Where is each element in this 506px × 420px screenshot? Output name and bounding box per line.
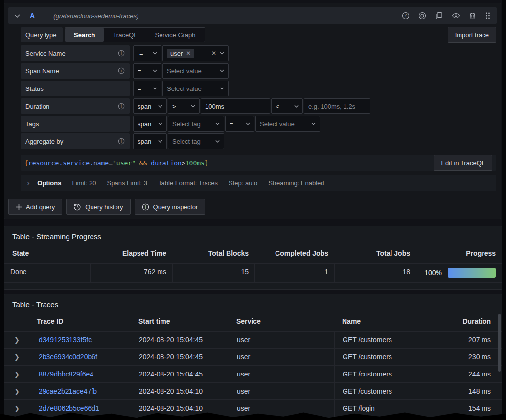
svg-text:i: i: [121, 139, 122, 144]
aggregate-tag-select[interactable]: Select tag: [168, 133, 224, 149]
trace-id-link[interactable]: 8879dbbc829f6e4: [39, 370, 93, 378]
streaming-panel-title[interactable]: Table - Streaming Progress: [4, 226, 502, 245]
filter-row-service-name: Service Name i = user ✕ ✕: [21, 45, 496, 61]
tab-traceql[interactable]: TraceQL: [104, 28, 146, 42]
options-label: Options: [37, 179, 61, 187]
svg-text:i: i: [121, 104, 122, 109]
filter-row-duration: Duration i span > 100ms <: [21, 98, 496, 114]
option-streaming: Streaming: Enabled: [268, 179, 324, 187]
trace-service: user: [229, 331, 334, 348]
span-name-value-select[interactable]: Select value: [162, 63, 229, 79]
progress-percent: 100%: [424, 269, 442, 277]
expand-row-chevron-icon[interactable]: ❯: [14, 354, 39, 361]
service-name-operator-select[interactable]: =: [133, 45, 161, 61]
tab-search[interactable]: Search: [65, 28, 104, 42]
drag-handle-icon[interactable]: [485, 12, 491, 20]
expand-row-chevron-icon[interactable]: ❯: [14, 371, 39, 378]
streaming-table-header: State Elapsed Time Total Blocks Complete…: [4, 245, 502, 263]
add-query-button[interactable]: Add query: [8, 199, 62, 215]
scrollbar-thumb[interactable]: [498, 314, 501, 372]
option-spans-limit: Spans Limit: 3: [107, 179, 147, 187]
duration-max-input[interactable]: e.g. 100ms, 1.2s: [304, 98, 370, 114]
expand-row-chevron-icon[interactable]: ❯: [14, 388, 39, 395]
tags-label: Tags: [25, 120, 39, 128]
aggregate-scope-select[interactable]: span: [133, 133, 167, 149]
trace-service: user: [229, 365, 334, 382]
trace-id-link[interactable]: 2d7e8062b5ce66d1: [39, 404, 99, 412]
duration-max-operator-select[interactable]: <: [271, 98, 303, 114]
info-circle-icon: i: [142, 203, 149, 211]
col-trace-id[interactable]: Trace ID: [4, 313, 131, 331]
col-start-time[interactable]: Start time: [131, 313, 229, 331]
trace-duration: 207 ms: [439, 331, 502, 348]
svg-text:?: ?: [405, 13, 407, 18]
col-duration[interactable]: Duration: [439, 313, 502, 331]
col-total-jobs[interactable]: Total Jobs: [334, 245, 416, 263]
tags-scope-select[interactable]: span: [133, 116, 167, 132]
tags-tag-select[interactable]: Select tag: [168, 116, 224, 132]
query-type-row: Query type Search TraceQL Service Graph …: [21, 27, 496, 43]
query-inspector-button[interactable]: i Query inspector: [135, 199, 206, 215]
status-value-select[interactable]: Select value: [162, 81, 229, 96]
duration-min-operator-select[interactable]: >: [168, 98, 200, 114]
query-type-label: Query type: [21, 27, 63, 42]
col-state[interactable]: State: [4, 245, 90, 263]
record-query-icon[interactable]: [418, 12, 426, 20]
info-icon: i: [118, 67, 125, 74]
chevron-down-icon[interactable]: [220, 52, 224, 55]
expand-row-chevron-icon[interactable]: ❯: [14, 405, 39, 412]
query-editor-card: A (grafanacloud-sedemo-traces) ?: [4, 3, 501, 219]
duplicate-query-icon[interactable]: [435, 12, 443, 20]
trace-start-time: 2024-08-20 15:04:45: [131, 365, 229, 382]
filter-row-aggregate-by: Aggregate by i span Select tag: [21, 133, 496, 149]
col-elapsed-time[interactable]: Elapsed Time: [90, 245, 172, 263]
trace-id-link[interactable]: 2b3e6934c0d20b6f: [39, 353, 97, 361]
svg-text:i: i: [121, 69, 122, 73]
col-total-blocks[interactable]: Total Blocks: [172, 245, 254, 263]
edit-in-traceql-button[interactable]: Edit in TraceQL: [434, 155, 492, 171]
explore-page: A (grafanacloud-sedemo-traces) ?: [4, 0, 502, 416]
progress-bar: [448, 268, 496, 278]
selected-value-pill: user ✕: [167, 49, 194, 58]
cell-completed-jobs: 1: [254, 263, 334, 283]
import-trace-button[interactable]: Import trace: [448, 27, 496, 43]
trace-id-link[interactable]: d3491253133f5fc: [39, 336, 92, 344]
filter-row-span-name: Span Name i = Select value: [21, 63, 496, 79]
remove-value-icon[interactable]: ✕: [186, 50, 191, 56]
hide-query-eye-icon[interactable]: [452, 12, 460, 20]
filter-row-tags: Tags span Select tag = Select value: [21, 116, 496, 132]
trace-id-link[interactable]: 29cae2b21ace47fb: [39, 387, 97, 395]
cell-total-jobs: 18: [334, 263, 416, 283]
query-history-button[interactable]: Query history: [66, 199, 130, 215]
tags-value-select[interactable]: Select value: [255, 116, 320, 132]
datasource-help-icon[interactable]: ?: [402, 12, 410, 20]
col-name[interactable]: Name: [334, 313, 439, 331]
clear-all-icon[interactable]: ✕: [211, 50, 216, 56]
plus-icon: [16, 204, 22, 210]
delete-query-trash-icon[interactable]: [469, 12, 476, 20]
info-icon: i: [118, 138, 125, 145]
traceql-query-text: {resource.service.name="user" && duratio…: [24, 159, 208, 167]
duration-scope-select[interactable]: span: [133, 98, 167, 114]
col-service[interactable]: Service: [229, 313, 334, 331]
expand-row-chevron-icon[interactable]: ❯: [14, 336, 39, 344]
option-step: Step: auto: [229, 179, 257, 187]
duration-min-input[interactable]: 100ms: [201, 98, 270, 114]
tags-operator-select[interactable]: =: [225, 116, 254, 132]
traces-panel-title[interactable]: Table - Traces: [4, 294, 502, 313]
service-name-value-select[interactable]: user ✕ ✕: [162, 45, 229, 61]
collapse-chevron-icon[interactable]: [14, 14, 20, 18]
span-name-operator-select[interactable]: =: [133, 63, 161, 79]
history-icon: [73, 203, 81, 211]
trace-name: GET /login: [334, 399, 439, 417]
col-completed-jobs[interactable]: Completed Jobs: [254, 245, 334, 263]
trace-service: user: [229, 399, 334, 417]
tab-service-graph[interactable]: Service Graph: [146, 28, 204, 42]
options-bar[interactable]: › Options Limit: 20 Spans Limit: 3 Table…: [21, 175, 496, 191]
span-name-label: Span Name: [25, 67, 59, 75]
status-operator-select[interactable]: =: [133, 81, 161, 96]
col-progress[interactable]: Progress: [416, 245, 502, 263]
trace-start-time: 2024-08-20 15:04:45: [131, 348, 229, 365]
service-name-label: Service Name: [25, 50, 66, 57]
options-expand-chevron-icon[interactable]: ›: [27, 179, 29, 187]
